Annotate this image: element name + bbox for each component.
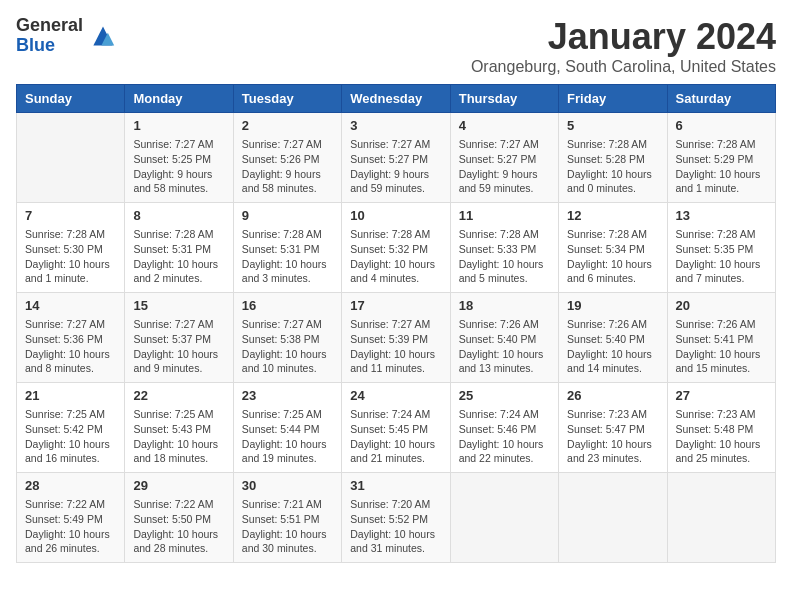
month-title: January 2024 (471, 16, 776, 58)
cell-line: Sunrise: 7:22 AM (133, 498, 213, 510)
calendar-week-3: 14Sunrise: 7:27 AMSunset: 5:36 PMDayligh… (17, 293, 776, 383)
cell-line: Sunrise: 7:27 AM (242, 318, 322, 330)
cell-content: Sunrise: 7:25 AMSunset: 5:42 PMDaylight:… (25, 407, 116, 466)
calendar-cell: 23Sunrise: 7:25 AMSunset: 5:44 PMDayligh… (233, 383, 341, 473)
cell-content: Sunrise: 7:28 AMSunset: 5:31 PMDaylight:… (133, 227, 224, 286)
day-number: 10 (350, 207, 441, 225)
title-block: January 2024 Orangeburg, South Carolina,… (471, 16, 776, 76)
header-wednesday: Wednesday (342, 85, 450, 113)
cell-line: Sunset: 5:40 PM (459, 333, 537, 345)
calendar-cell: 11Sunrise: 7:28 AMSunset: 5:33 PMDayligh… (450, 203, 558, 293)
logo-blue: Blue (16, 36, 83, 56)
day-number: 1 (133, 117, 224, 135)
day-number: 24 (350, 387, 441, 405)
day-number: 4 (459, 117, 550, 135)
calendar-cell: 8Sunrise: 7:28 AMSunset: 5:31 PMDaylight… (125, 203, 233, 293)
day-number: 26 (567, 387, 658, 405)
cell-line: Sunrise: 7:25 AM (242, 408, 322, 420)
cell-line: and 16 minutes. (25, 452, 100, 464)
day-number: 29 (133, 477, 224, 495)
calendar-cell: 31Sunrise: 7:20 AMSunset: 5:52 PMDayligh… (342, 473, 450, 563)
day-number: 12 (567, 207, 658, 225)
calendar-cell: 9Sunrise: 7:28 AMSunset: 5:31 PMDaylight… (233, 203, 341, 293)
cell-line: Daylight: 10 hours (459, 348, 544, 360)
cell-line: Sunrise: 7:26 AM (676, 318, 756, 330)
cell-line: and 1 minute. (25, 272, 89, 284)
cell-content: Sunrise: 7:22 AMSunset: 5:49 PMDaylight:… (25, 497, 116, 556)
calendar-cell: 6Sunrise: 7:28 AMSunset: 5:29 PMDaylight… (667, 113, 775, 203)
calendar-cell: 22Sunrise: 7:25 AMSunset: 5:43 PMDayligh… (125, 383, 233, 473)
cell-line: and 18 minutes. (133, 452, 208, 464)
cell-line: Daylight: 10 hours (25, 348, 110, 360)
cell-line: Sunset: 5:31 PM (242, 243, 320, 255)
cell-line: Sunset: 5:28 PM (567, 153, 645, 165)
day-number: 20 (676, 297, 767, 315)
cell-content: Sunrise: 7:25 AMSunset: 5:44 PMDaylight:… (242, 407, 333, 466)
cell-line: Daylight: 10 hours (350, 528, 435, 540)
header-thursday: Thursday (450, 85, 558, 113)
cell-content: Sunrise: 7:27 AMSunset: 5:25 PMDaylight:… (133, 137, 224, 196)
cell-line: Sunset: 5:37 PM (133, 333, 211, 345)
cell-line: Daylight: 10 hours (567, 258, 652, 270)
location: Orangeburg, South Carolina, United State… (471, 58, 776, 76)
cell-content: Sunrise: 7:20 AMSunset: 5:52 PMDaylight:… (350, 497, 441, 556)
cell-line: Sunset: 5:29 PM (676, 153, 754, 165)
day-number: 7 (25, 207, 116, 225)
cell-line: and 59 minutes. (350, 182, 425, 194)
logo-text: General Blue (16, 16, 83, 56)
cell-line: and 6 minutes. (567, 272, 636, 284)
cell-line: Sunrise: 7:27 AM (25, 318, 105, 330)
day-number: 22 (133, 387, 224, 405)
cell-line: Sunrise: 7:27 AM (133, 138, 213, 150)
cell-line: and 3 minutes. (242, 272, 311, 284)
cell-line: Daylight: 10 hours (242, 348, 327, 360)
calendar-table: SundayMondayTuesdayWednesdayThursdayFrid… (16, 84, 776, 563)
cell-line: Daylight: 10 hours (133, 348, 218, 360)
cell-line: and 19 minutes. (242, 452, 317, 464)
calendar-cell: 17Sunrise: 7:27 AMSunset: 5:39 PMDayligh… (342, 293, 450, 383)
calendar-cell: 15Sunrise: 7:27 AMSunset: 5:37 PMDayligh… (125, 293, 233, 383)
calendar-cell: 4Sunrise: 7:27 AMSunset: 5:27 PMDaylight… (450, 113, 558, 203)
calendar-week-2: 7Sunrise: 7:28 AMSunset: 5:30 PMDaylight… (17, 203, 776, 293)
cell-line: Daylight: 10 hours (242, 258, 327, 270)
cell-content: Sunrise: 7:28 AMSunset: 5:32 PMDaylight:… (350, 227, 441, 286)
calendar-cell (559, 473, 667, 563)
cell-line: and 5 minutes. (459, 272, 528, 284)
calendar-cell: 14Sunrise: 7:27 AMSunset: 5:36 PMDayligh… (17, 293, 125, 383)
cell-line: and 25 minutes. (676, 452, 751, 464)
cell-content: Sunrise: 7:25 AMSunset: 5:43 PMDaylight:… (133, 407, 224, 466)
cell-line: Sunset: 5:32 PM (350, 243, 428, 255)
calendar-cell: 20Sunrise: 7:26 AMSunset: 5:41 PMDayligh… (667, 293, 775, 383)
calendar-cell: 16Sunrise: 7:27 AMSunset: 5:38 PMDayligh… (233, 293, 341, 383)
cell-line: and 22 minutes. (459, 452, 534, 464)
cell-line: Daylight: 10 hours (459, 258, 544, 270)
header-monday: Monday (125, 85, 233, 113)
cell-line: and 58 minutes. (133, 182, 208, 194)
day-number: 13 (676, 207, 767, 225)
calendar-cell: 2Sunrise: 7:27 AMSunset: 5:26 PMDaylight… (233, 113, 341, 203)
cell-line: Daylight: 10 hours (567, 348, 652, 360)
cell-line: and 58 minutes. (242, 182, 317, 194)
cell-line: Sunrise: 7:27 AM (350, 318, 430, 330)
cell-line: Sunrise: 7:26 AM (459, 318, 539, 330)
cell-line: Sunrise: 7:23 AM (567, 408, 647, 420)
calendar-week-1: 1Sunrise: 7:27 AMSunset: 5:25 PMDaylight… (17, 113, 776, 203)
cell-line: Sunset: 5:47 PM (567, 423, 645, 435)
calendar-cell (667, 473, 775, 563)
cell-content: Sunrise: 7:27 AMSunset: 5:39 PMDaylight:… (350, 317, 441, 376)
cell-line: Sunrise: 7:28 AM (567, 228, 647, 240)
cell-line: Sunset: 5:36 PM (25, 333, 103, 345)
cell-line: Daylight: 10 hours (567, 438, 652, 450)
cell-line: Daylight: 10 hours (459, 438, 544, 450)
cell-line: and 1 minute. (676, 182, 740, 194)
cell-line: Sunrise: 7:27 AM (133, 318, 213, 330)
cell-line: Sunrise: 7:24 AM (459, 408, 539, 420)
cell-line: Sunrise: 7:28 AM (676, 228, 756, 240)
day-number: 8 (133, 207, 224, 225)
page-header: General Blue January 2024 Orangeburg, So… (16, 16, 776, 76)
cell-content: Sunrise: 7:22 AMSunset: 5:50 PMDaylight:… (133, 497, 224, 556)
cell-line: Daylight: 9 hours (350, 168, 429, 180)
calendar-cell (450, 473, 558, 563)
calendar-cell: 21Sunrise: 7:25 AMSunset: 5:42 PMDayligh… (17, 383, 125, 473)
cell-line: Daylight: 10 hours (676, 438, 761, 450)
